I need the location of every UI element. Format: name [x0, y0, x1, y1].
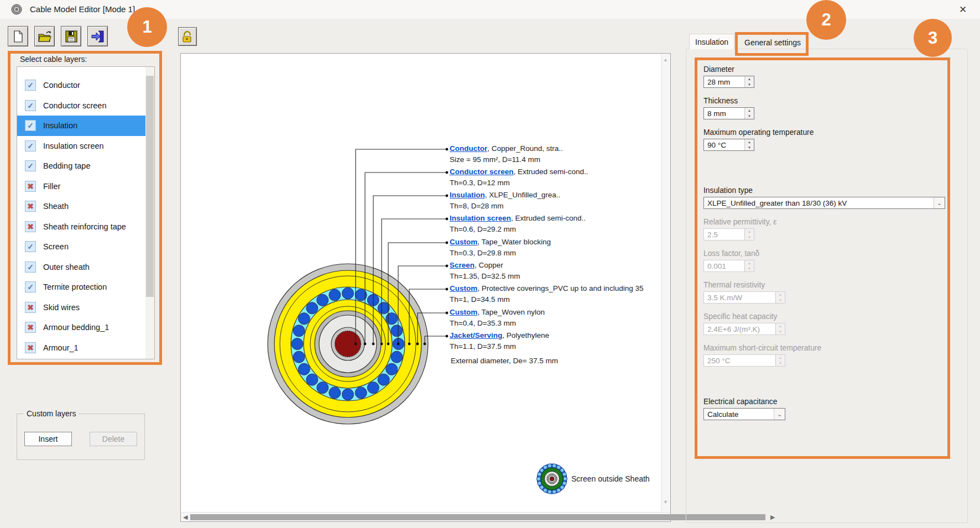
layer-row-sheath[interactable]: ✖Sheath — [17, 196, 145, 217]
layer-row-bedding-tape[interactable]: ✓Bedding tape — [17, 156, 145, 176]
layer-link-conductor[interactable]: Conductor — [450, 144, 487, 153]
layer-list-scroll-thumb[interactable] — [146, 76, 154, 297]
checkbox-checked-icon[interactable]: ✓ — [25, 241, 36, 252]
close-button[interactable]: ✕ — [953, 2, 972, 17]
layer-row-sheath-reinforcing-tape[interactable]: ✖Sheath reinforcing tape — [17, 217, 145, 237]
insert-button[interactable]: Insert — [24, 432, 72, 446]
title-bar: Cable Model Editor [Mode 1] ✕ — [0, 0, 980, 19]
field-label-loss-factor-tan: Loss factor, tanδ — [703, 249, 953, 258]
diagram-label-jacket-serving-8: Jacket/Serving, PolyethyleneTh=1.1, D=37… — [450, 330, 549, 352]
canvas-horizontal-scrollbar[interactable]: ◀ ▶ — [181, 512, 670, 521]
scroll-down-icon[interactable]: ▼ — [663, 499, 668, 505]
window-title: Cable Model Editor [Mode 1] — [30, 4, 135, 14]
layer-link-custom[interactable]: Custom — [450, 308, 477, 316]
material-text: , Polyethylene — [502, 331, 549, 339]
unlock-button[interactable] — [178, 27, 197, 46]
field-label-electrical-capacitance: Electrical capacitance — [703, 398, 953, 406]
open-file-button[interactable] — [34, 26, 55, 46]
field-loss-factor-tan: Loss factor, tanδ0.001▲▼ — [703, 249, 953, 272]
combo-electrical-capacitance[interactable]: Calculate⌄ — [703, 408, 785, 420]
insulation-fields: Diameter28 mm▲▼Thickness8 mm▲▼Maximum op… — [703, 65, 953, 429]
combo-insulation-type[interactable]: XLPE_Unfilled_greater than 18/30 (36) kV… — [703, 197, 945, 209]
field-maximum-short-circuit-temperature: Maximum short-circuit temperature250 °C▲… — [703, 344, 953, 367]
canvas-scroll-thumb[interactable] — [190, 514, 765, 520]
checkbox-x-icon[interactable]: ✖ — [25, 181, 36, 192]
checkbox-checked-icon[interactable]: ✓ — [25, 140, 36, 151]
field-value: 0.001 — [704, 260, 744, 271]
exit-button[interactable] — [87, 26, 108, 46]
field-insulation-type: Insulation typeXLPE_Unfilled_greater tha… — [703, 186, 953, 209]
layer-row-insulation[interactable]: ✓Insulation — [17, 116, 145, 136]
dimension-text: Th=0.3, D=12 mm — [450, 177, 588, 189]
layer-row-screen[interactable]: ✓Screen — [17, 237, 145, 257]
spinner-diameter[interactable]: 28 mm▲▼ — [703, 76, 754, 88]
layer-row-conductor[interactable]: ✓Conductor — [17, 75, 145, 96]
chevron-down-icon[interactable]: ⌄ — [774, 409, 785, 420]
layer-label: Insulation — [43, 121, 77, 130]
layer-row-outer-sheath[interactable]: ✓Outer sheath — [17, 257, 145, 278]
field-specific-heat-capacity: Specific heat capacity2.4E+6 J/(m³.K)▲▼ — [703, 312, 953, 335]
diagram-label-conductor-screen-1: Conductor screen, Extruded semi-cond..Th… — [450, 166, 588, 189]
layer-row-armour-1[interactable]: ✖Armour_1 — [17, 338, 145, 358]
checkbox-checked-icon[interactable]: ✓ — [25, 262, 36, 273]
spinner-thermal-resistivity: 3.5 K.m/W▲▼ — [703, 291, 785, 304]
layer-link-custom[interactable]: Custom — [450, 284, 477, 292]
custom-layers-title: Custom layers — [24, 409, 79, 418]
scroll-left-icon[interactable]: ◀ — [183, 514, 187, 521]
spin-up-icon[interactable]: ▲ — [745, 139, 754, 145]
checkbox-checked-icon[interactable]: ✓ — [25, 160, 36, 171]
canvas-vertical-scrollbar[interactable]: ▲ ▼ — [661, 54, 670, 511]
layer-link-custom[interactable]: Custom — [450, 238, 477, 246]
tab-general-settings[interactable]: General settings — [739, 35, 806, 49]
checkbox-x-icon[interactable]: ✖ — [25, 201, 36, 212]
checkbox-checked-icon[interactable]: ✓ — [25, 100, 36, 111]
spinner-thickness[interactable]: 8 mm▲▼ — [703, 107, 754, 119]
layer-row-conductor-screen[interactable]: ✓Conductor screen — [17, 96, 145, 116]
field-maximum-operating-temperature: Maximum operating temperature90 °C▲▼ — [703, 128, 953, 151]
layer-row-skid-wires[interactable]: ✖Skid wires — [17, 297, 145, 318]
checkbox-x-icon[interactable]: ✖ — [25, 302, 36, 313]
layer-link-jacket-serving[interactable]: Jacket/Serving — [450, 331, 502, 339]
checkbox-x-icon[interactable]: ✖ — [25, 342, 36, 353]
diagram-label-screen-5: Screen, CopperTh=1.35, D=32.5 mm — [450, 260, 520, 282]
scroll-up-icon[interactable]: ▲ — [663, 57, 668, 62]
spinner-maximum-short-circuit-temperature: 250 °C▲▼ — [703, 354, 785, 367]
spin-up-icon: ▲ — [776, 292, 785, 297]
layer-row-armour-bedding-1[interactable]: ✖Armour bedding_1 — [17, 317, 145, 338]
tab-insulation[interactable]: Insulation — [689, 34, 734, 49]
spinner-buttons[interactable]: ▲▼ — [744, 76, 754, 87]
spinner-buttons[interactable]: ▲▼ — [744, 139, 754, 150]
checkbox-x-icon[interactable]: ✖ — [25, 221, 36, 232]
dimension-text: Th=0.6, D=29.2 mm — [450, 224, 586, 235]
checkbox-checked-icon[interactable]: ✓ — [25, 80, 36, 91]
delete-button[interactable]: Delete — [90, 432, 137, 446]
field-thickness: Thickness8 mm▲▼ — [703, 97, 953, 119]
layer-row-filler[interactable]: ✖Filler — [17, 176, 145, 197]
layer-link-screen[interactable]: Screen — [450, 261, 475, 269]
layer-list-scrollbar[interactable] — [145, 67, 154, 359]
checkbox-x-icon[interactable]: ✖ — [25, 322, 36, 333]
checkbox-checked-icon[interactable]: ✓ — [25, 120, 36, 131]
spin-down-icon: ▼ — [745, 234, 754, 240]
layer-label: Sheath reinforcing tape — [43, 222, 126, 231]
spin-up-icon[interactable]: ▲ — [745, 76, 754, 82]
layer-link-conductor-screen[interactable]: Conductor screen — [450, 168, 514, 176]
layer-row-insulation-screen[interactable]: ✓Insulation screen — [17, 136, 145, 156]
spin-down-icon: ▼ — [776, 329, 785, 334]
chevron-down-icon[interactable]: ⌄ — [934, 197, 945, 208]
spinner-buttons[interactable]: ▲▼ — [744, 108, 754, 119]
layer-link-insulation-screen[interactable]: Insulation screen — [450, 214, 511, 222]
spinner-maximum-operating-temperature[interactable]: 90 °C▲▼ — [703, 139, 754, 151]
spin-down-icon[interactable]: ▼ — [745, 113, 754, 119]
layer-label: Filler — [43, 182, 60, 191]
layer-row-termite-protection[interactable]: ✓Termite protection — [17, 277, 145, 297]
new-file-button[interactable] — [8, 26, 28, 46]
layer-link-insulation[interactable]: Insulation — [450, 191, 485, 199]
spin-down-icon[interactable]: ▼ — [745, 145, 754, 150]
diagram-label-conductor-0: Conductor, Copper_Round, stra..Size = 95… — [450, 143, 563, 165]
spin-down-icon[interactable]: ▼ — [745, 82, 754, 87]
checkbox-checked-icon[interactable]: ✓ — [25, 281, 36, 292]
layer-label: Skid wires — [43, 303, 80, 312]
spin-up-icon[interactable]: ▲ — [745, 108, 754, 113]
save-button[interactable] — [61, 26, 81, 46]
